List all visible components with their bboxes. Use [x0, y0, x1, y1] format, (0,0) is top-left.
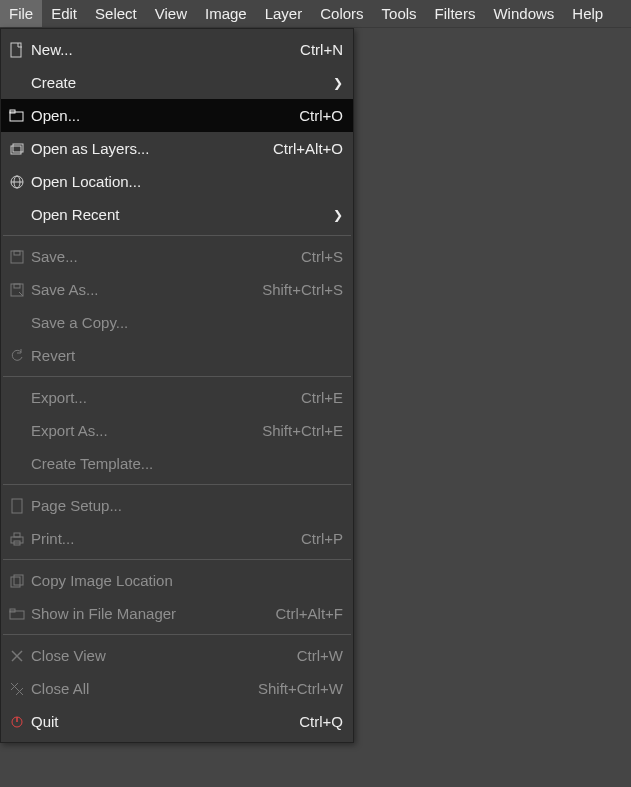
menu-label: Close All [31, 680, 246, 697]
menu-label: New... [31, 41, 288, 58]
svg-rect-9 [14, 251, 20, 255]
print-icon [7, 529, 27, 549]
menu-item-save[interactable]: Save... Ctrl+S [1, 240, 353, 273]
menu-shortcut: Shift+Ctrl+E [262, 422, 343, 439]
menubar-item-tools[interactable]: Tools [373, 0, 426, 27]
menu-label: Open... [31, 107, 287, 124]
menu-shortcut: Ctrl+Alt+F [275, 605, 343, 622]
menu-item-new[interactable]: New... Ctrl+N [1, 33, 353, 66]
menu-label: Revert [31, 347, 343, 364]
chevron-right-icon: ❯ [333, 208, 343, 222]
menu-label: Create Template... [31, 455, 343, 472]
save-as-icon [7, 280, 27, 300]
menu-label: Print... [31, 530, 289, 547]
svg-rect-8 [11, 251, 23, 263]
menu-shortcut: Ctrl+Alt+O [273, 140, 343, 157]
copy-icon [7, 571, 27, 591]
save-icon [7, 247, 27, 267]
menu-shortcut: Ctrl+P [301, 530, 343, 547]
blank-icon [7, 421, 27, 441]
layer-open-icon [7, 139, 27, 159]
menu-item-create[interactable]: Create ❯ [1, 66, 353, 99]
menu-item-page-setup[interactable]: Page Setup... [1, 489, 353, 522]
menubar-item-view[interactable]: View [146, 0, 196, 27]
chevron-right-icon: ❯ [333, 76, 343, 90]
menu-label: Save As... [31, 281, 250, 298]
menu-label: Open Recent [31, 206, 325, 223]
page-setup-icon [7, 496, 27, 516]
menubar: File Edit Select View Image Layer Colors… [0, 0, 631, 28]
menu-label: Open Location... [31, 173, 343, 190]
menubar-item-edit[interactable]: Edit [42, 0, 86, 27]
menu-item-export-as[interactable]: Export As... Shift+Ctrl+E [1, 414, 353, 447]
menu-item-print[interactable]: Print... Ctrl+P [1, 522, 353, 555]
menubar-item-colors[interactable]: Colors [311, 0, 372, 27]
blank-icon [7, 73, 27, 93]
close-all-icon [7, 679, 27, 699]
blank-icon [7, 205, 27, 225]
menu-shortcut: Ctrl+O [299, 107, 343, 124]
file-new-icon [7, 40, 27, 60]
menu-item-save-copy[interactable]: Save a Copy... [1, 306, 353, 339]
menu-item-export[interactable]: Export... Ctrl+E [1, 381, 353, 414]
file-menu-dropdown: New... Ctrl+N Create ❯ Open... Ctrl+O Op… [0, 28, 354, 743]
svg-rect-11 [14, 284, 20, 288]
menu-shortcut: Ctrl+Q [299, 713, 343, 730]
menu-label: Export... [31, 389, 289, 406]
menu-separator [3, 235, 351, 236]
menu-item-save-as[interactable]: Save As... Shift+Ctrl+S [1, 273, 353, 306]
menu-label: Save... [31, 248, 289, 265]
blank-icon [7, 313, 27, 333]
menu-item-close-all[interactable]: Close All Shift+Ctrl+W [1, 672, 353, 705]
menubar-item-help[interactable]: Help [563, 0, 612, 27]
menu-label: Quit [31, 713, 287, 730]
menu-label: Open as Layers... [31, 140, 261, 157]
svg-rect-13 [11, 537, 23, 543]
svg-rect-0 [11, 43, 21, 57]
menu-item-open[interactable]: Open... Ctrl+O [1, 99, 353, 132]
menu-item-open-recent[interactable]: Open Recent ❯ [1, 198, 353, 231]
menu-shortcut: Shift+Ctrl+W [258, 680, 343, 697]
blank-icon [7, 454, 27, 474]
quit-icon [7, 712, 27, 732]
menubar-item-windows[interactable]: Windows [484, 0, 563, 27]
menu-separator [3, 634, 351, 635]
menu-item-revert[interactable]: Revert [1, 339, 353, 372]
menu-shortcut: Ctrl+N [300, 41, 343, 58]
menu-shortcut: Shift+Ctrl+S [262, 281, 343, 298]
menu-separator [3, 376, 351, 377]
menu-label: Create [31, 74, 325, 91]
close-icon [7, 646, 27, 666]
menu-item-show-in-file-manager[interactable]: Show in File Manager Ctrl+Alt+F [1, 597, 353, 630]
svg-rect-12 [12, 499, 22, 513]
folder-icon [7, 604, 27, 624]
menu-shortcut: Ctrl+W [297, 647, 343, 664]
menu-shortcut: Ctrl+E [301, 389, 343, 406]
menu-separator [3, 484, 351, 485]
menu-separator [3, 559, 351, 560]
menubar-item-select[interactable]: Select [86, 0, 146, 27]
menu-label: Copy Image Location [31, 572, 343, 589]
folder-open-icon [7, 106, 27, 126]
menu-label: Show in File Manager [31, 605, 263, 622]
menu-item-quit[interactable]: Quit Ctrl+Q [1, 705, 353, 738]
menu-item-open-as-layers[interactable]: Open as Layers... Ctrl+Alt+O [1, 132, 353, 165]
menu-label: Save a Copy... [31, 314, 343, 331]
menubar-item-layer[interactable]: Layer [256, 0, 312, 27]
menu-item-copy-image-location[interactable]: Copy Image Location [1, 564, 353, 597]
svg-rect-14 [14, 533, 20, 537]
menu-item-close-view[interactable]: Close View Ctrl+W [1, 639, 353, 672]
menu-label: Close View [31, 647, 285, 664]
menubar-item-image[interactable]: Image [196, 0, 256, 27]
menu-item-create-template[interactable]: Create Template... [1, 447, 353, 480]
revert-icon [7, 346, 27, 366]
menubar-item-filters[interactable]: Filters [426, 0, 485, 27]
menu-label: Export As... [31, 422, 250, 439]
menu-shortcut: Ctrl+S [301, 248, 343, 265]
blank-icon [7, 388, 27, 408]
globe-icon [7, 172, 27, 192]
menu-item-open-location[interactable]: Open Location... [1, 165, 353, 198]
menu-label: Page Setup... [31, 497, 343, 514]
menubar-item-file[interactable]: File [0, 0, 42, 27]
